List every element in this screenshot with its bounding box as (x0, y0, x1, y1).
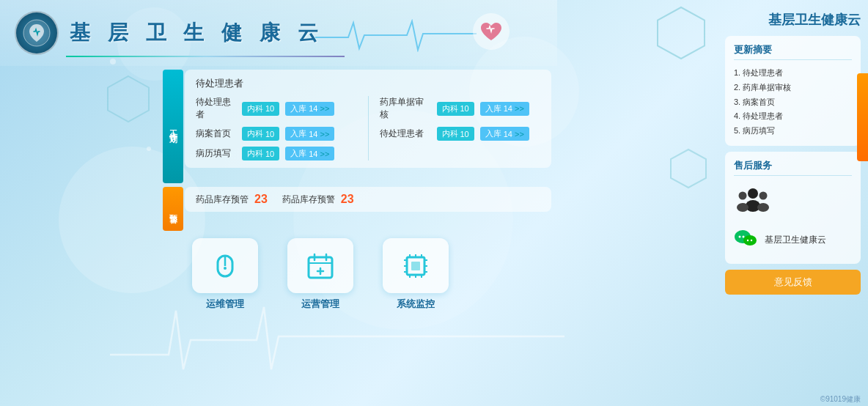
after-sales-section: 售后服务 (725, 152, 861, 264)
row-label: 病历填写 (196, 147, 236, 160)
header-title: 基 层 卫 生 健 康 云 (70, 19, 324, 47)
svg-point-37 (747, 240, 749, 241)
svg-marker-2 (108, 76, 149, 122)
ops-icon (192, 238, 258, 293)
stock-tag[interactable]: 入库 14 >> (285, 147, 334, 160)
update-list: 1. 待处理患者 2. 药库单据审核 3. 病案首页 4. 待处理患者 5. 病… (734, 66, 852, 139)
header-line (66, 56, 345, 57)
svg-point-38 (751, 240, 752, 241)
work-row: 病历填写 内科 10 入库 14 >> (196, 147, 357, 160)
svg-point-6 (224, 267, 227, 270)
svg-point-30 (737, 203, 749, 212)
ecg-decoration (315, 19, 477, 55)
quick-access: 运维管理 运营管理 (185, 238, 551, 311)
update-summary-section: 更新摘要 1. 待处理患者 2. 药库单据审核 3. 病案首页 4. 待处理患者… (725, 36, 861, 146)
sidebar-title: 基层卫生健康云 (725, 7, 861, 36)
mgmt-icon (287, 238, 353, 293)
work-row: 病案首页 内科 10 入库 14 >> (196, 127, 357, 141)
work-section-tag: 工作计划 (163, 70, 183, 183)
wechat-icon (734, 228, 757, 253)
dept-tag[interactable]: 内科 10 (242, 147, 279, 160)
work-row: 药库单据审核 内科 10 入库 14 >> (380, 96, 541, 121)
feedback-button[interactable]: 意见反馈 (725, 270, 861, 295)
alert-count: 23 (254, 193, 268, 206)
footer: ©91019健康 (820, 394, 861, 405)
quick-item-monitor[interactable]: 系统监控 (375, 238, 456, 311)
wechat-label: 基层卫生健康云 (765, 234, 826, 246)
svg-marker-0 (658, 7, 705, 59)
footer-text: ©91019健康 (820, 395, 861, 403)
right-sidebar: 基层卫生健康云 更新摘要 1. 待处理患者 2. 药库单据审核 3. 病案首页 … (725, 7, 861, 298)
row-label: 药库单据审核 (380, 96, 431, 121)
alert-item[interactable]: 药品库存预管 23 (196, 193, 268, 206)
quick-item-mgmt[interactable]: 运营管理 (280, 238, 361, 311)
right-edge-strip (857, 73, 868, 161)
after-sales-title: 售后服务 (734, 159, 852, 176)
svg-point-32 (757, 203, 769, 212)
quick-label: 运营管理 (301, 298, 339, 311)
svg-rect-14 (411, 262, 420, 270)
stock-tag[interactable]: 入库 14 >> (285, 127, 334, 141)
panel-title: 待处理患者 (196, 77, 540, 90)
dept-tag[interactable]: 内科 10 (437, 102, 474, 116)
svg-point-34 (739, 235, 741, 237)
service-icon-row (734, 182, 852, 224)
svg-point-36 (743, 235, 757, 246)
update-summary-title: 更新摘要 (734, 43, 852, 60)
update-list-item[interactable]: 1. 待处理患者 (734, 66, 852, 81)
update-list-item[interactable]: 5. 病历填写 (734, 124, 852, 139)
wechat-row: 基层卫生健康云 (734, 224, 852, 256)
alert-label: 药品库存预管 (196, 193, 249, 206)
quick-label: 运维管理 (206, 298, 244, 311)
svg-point-27 (748, 188, 758, 199)
row-label: 待处理患者 (196, 96, 236, 121)
people-icon (734, 185, 772, 221)
stock-tag[interactable]: 入库 14 >> (285, 102, 334, 116)
header: 基 层 卫 生 健 康 云 (0, 0, 557, 66)
work-row: 待处理患者 内科 10 入库 14 >> (380, 127, 541, 141)
dept-tag[interactable]: 内科 10 (437, 127, 474, 141)
alert-item[interactable]: 药品库存预警 23 (282, 193, 354, 206)
work-panel: 待处理患者 待处理患者 内科 10 入库 14 >> 病案首页 内科 10 入库… (185, 70, 551, 168)
update-list-item[interactable]: 4. 待处理患者 (734, 109, 852, 124)
alert-section-tag: 预警 (163, 187, 183, 231)
alert-count: 23 (341, 193, 354, 206)
stock-tag[interactable]: 入库 14 >> (480, 102, 529, 116)
quick-label: 系统监控 (397, 298, 435, 311)
update-list-item[interactable]: 3. 病案首页 (734, 95, 852, 110)
update-list-item[interactable]: 2. 药库单据审核 (734, 81, 852, 95)
row-label: 病案首页 (196, 128, 236, 140)
heart-icon (473, 13, 510, 50)
dept-tag[interactable]: 内科 10 (242, 127, 279, 141)
alert-panel: 药品库存预管 23 药品库存预警 23 (185, 187, 551, 212)
row-label: 待处理患者 (380, 128, 431, 140)
svg-marker-1 (671, 150, 706, 188)
svg-point-31 (760, 191, 768, 199)
svg-point-29 (739, 191, 747, 199)
work-row: 待处理患者 内科 10 入库 14 >> (196, 96, 357, 121)
monitor-icon (383, 238, 449, 293)
dept-tag[interactable]: 内科 10 (242, 102, 279, 116)
stock-tag[interactable]: 入库 14 >> (480, 127, 529, 141)
quick-item-ops[interactable]: 运维管理 (185, 238, 265, 311)
svg-point-35 (743, 235, 745, 237)
alert-label: 药品库存预警 (282, 193, 335, 206)
logo (15, 11, 59, 55)
